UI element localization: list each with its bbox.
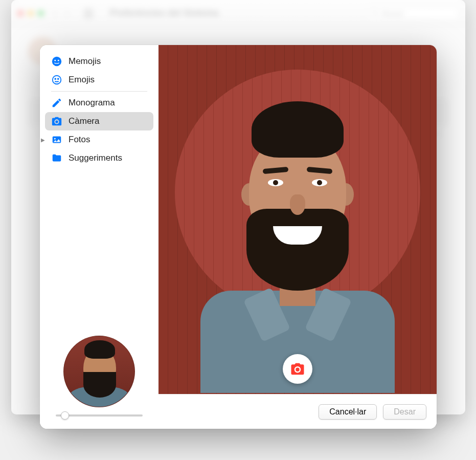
modal-footer: Cancel·lar Desar [158, 394, 437, 429]
camera-preview [158, 45, 437, 394]
svg-point-3 [53, 76, 61, 84]
pencil-icon [51, 97, 62, 108]
slider-thumb[interactable] [61, 411, 69, 420]
sidebar-item-photos[interactable]: ▶ Fotos [45, 130, 153, 149]
svg-point-0 [52, 57, 61, 66]
sidebar-divider [51, 91, 147, 92]
sidebar-item-label: Suggeriments [69, 153, 122, 163]
sidebar-item-label: Fotos [69, 135, 90, 145]
zoom-slider[interactable] [56, 414, 143, 417]
avatar-picker-modal: Memojis Emojis Monograma Càmera ▶ [40, 45, 437, 429]
chevron-right-icon: ▶ [41, 137, 45, 143]
sidebar-item-suggestions[interactable]: Suggeriments [45, 149, 153, 167]
cancel-button[interactable]: Cancel·lar [319, 404, 377, 420]
camera-shutter-icon [290, 361, 305, 377]
sidebar-item-label: Emojis [69, 75, 95, 85]
sidebar-item-emojis[interactable]: Emojis [45, 71, 153, 89]
emoji-icon [51, 74, 62, 85]
save-button[interactable]: Desar [383, 404, 426, 420]
folder-icon [51, 152, 62, 164]
svg-point-4 [55, 78, 56, 79]
sidebar-item-label: Càmera [69, 116, 99, 126]
avatar-source-sidebar: Memojis Emojis Monograma Càmera ▶ [40, 45, 158, 429]
sidebar-footer [45, 331, 153, 422]
sidebar-item-monogram[interactable]: Monograma [45, 94, 153, 112]
sidebar-item-memojis[interactable]: Memojis [45, 52, 153, 71]
svg-point-2 [58, 60, 59, 61]
sidebar-item-label: Monograma [69, 98, 115, 108]
camera-icon [51, 116, 62, 127]
avatar-preview-thumbnail[interactable] [63, 336, 135, 407]
svg-point-5 [58, 78, 59, 79]
camera-subject [200, 101, 395, 367]
avatar-main-panel: Cancel·lar Desar [158, 45, 437, 429]
photos-icon [51, 134, 62, 145]
svg-point-1 [54, 60, 56, 61]
sidebar-item-camera[interactable]: Càmera [45, 112, 153, 130]
capture-photo-button[interactable] [283, 354, 312, 384]
svg-point-7 [54, 138, 56, 140]
memoji-icon [51, 56, 62, 67]
slider-track [56, 414, 143, 417]
sidebar-item-label: Memojis [69, 56, 101, 67]
